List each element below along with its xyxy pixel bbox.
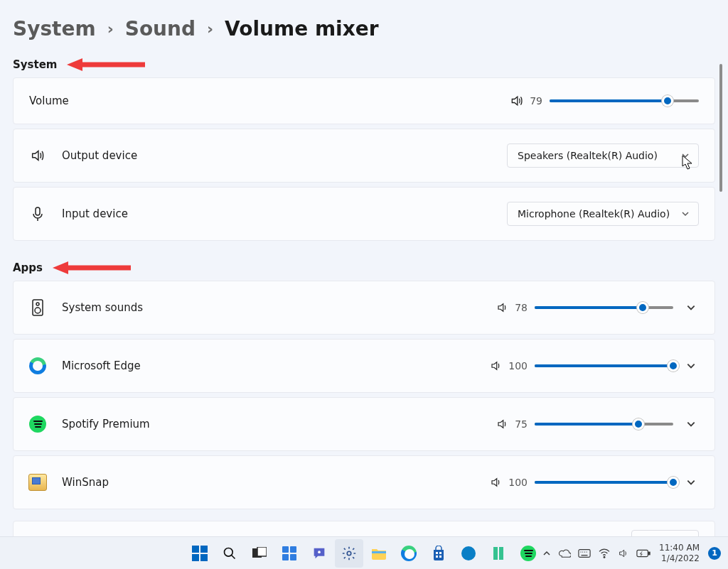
svg-rect-28 <box>648 552 650 555</box>
svg-point-26 <box>604 556 605 558</box>
taskbar: 11:40 AM 1/4/2022 1 <box>0 536 728 569</box>
dropdown-input-device[interactable]: Microphone (Realtek(R) Audio) <box>507 202 699 226</box>
onedrive-icon[interactable] <box>558 548 571 558</box>
svg-rect-17 <box>372 551 386 553</box>
svg-rect-12 <box>290 546 296 553</box>
wifi-icon[interactable] <box>598 548 611 558</box>
chevron-down-icon[interactable] <box>686 361 699 371</box>
battery-icon[interactable] <box>636 549 651 558</box>
settings-page: System › Sound › Volume mixer System Vol… <box>0 0 728 536</box>
chevron-down-icon[interactable] <box>686 303 699 313</box>
chevron-down-icon <box>681 151 690 160</box>
svg-point-16 <box>347 551 351 556</box>
microphone-icon <box>29 206 46 222</box>
dropdown-value: Speakers (Realtek(R) Audio) <box>518 150 658 161</box>
app-volume-value: 75 <box>515 418 528 430</box>
slider-app-volume[interactable] <box>535 301 673 314</box>
folder-icon <box>371 547 387 560</box>
speaker-icon[interactable] <box>490 359 503 372</box>
app-icon <box>492 546 505 561</box>
app-volume-value: 100 <box>508 477 528 488</box>
speaker-icon[interactable] <box>618 548 629 559</box>
edge-icon <box>401 546 417 561</box>
taskbar-explorer[interactable] <box>365 539 393 568</box>
taskbar-edge[interactable] <box>395 539 423 568</box>
svg-point-15 <box>318 551 321 553</box>
svg-marker-4 <box>53 261 68 274</box>
scrollbar[interactable] <box>719 64 722 192</box>
svg-point-7 <box>35 308 41 313</box>
speaker-icon[interactable] <box>510 94 524 108</box>
chevron-down-icon[interactable] <box>686 419 699 429</box>
speaker-icon[interactable] <box>496 301 509 314</box>
card-reset: Reset sound devices and volumes for all … <box>13 521 715 536</box>
svg-rect-10 <box>257 547 267 556</box>
chat-icon <box>311 546 327 561</box>
slider-master-volume[interactable] <box>550 94 699 107</box>
app-volume-value: 78 <box>515 302 528 313</box>
card-master-volume: Volume 79 <box>13 77 715 124</box>
svg-rect-2 <box>36 207 40 215</box>
chevron-up-icon[interactable] <box>542 549 551 558</box>
svg-rect-18 <box>436 552 438 554</box>
crumb-system[interactable]: System <box>13 17 96 40</box>
taskbar-settings[interactable] <box>335 539 363 568</box>
taskbar-chat[interactable] <box>305 539 333 568</box>
speaker-icon[interactable] <box>496 418 509 430</box>
card-input-device[interactable]: Input device Microphone (Realtek(R) Audi… <box>13 187 715 241</box>
slider-app-volume[interactable] <box>535 359 673 372</box>
clock-date: 1/4/2022 <box>661 553 700 563</box>
slider-app-volume[interactable] <box>535 418 673 430</box>
svg-rect-20 <box>436 556 438 558</box>
taskbar-center <box>186 539 542 568</box>
reset-button[interactable]: Reset <box>631 530 699 536</box>
search-icon <box>223 546 237 560</box>
svg-rect-14 <box>290 554 296 560</box>
windows-icon <box>192 546 208 561</box>
store-icon <box>432 546 446 561</box>
breadcrumb: System › Sound › Volume mixer <box>13 17 715 40</box>
dropdown-value: Microphone (Realtek(R) Audio) <box>518 208 670 220</box>
taskbar-tray: 11:40 AM 1/4/2022 1 <box>542 543 721 563</box>
chevron-down-icon <box>681 210 690 218</box>
value-volume: 79 <box>530 95 542 107</box>
chevron-down-icon[interactable] <box>686 477 699 487</box>
speaker-icon <box>29 148 46 163</box>
svg-rect-13 <box>282 554 289 560</box>
taskbar-clock[interactable]: 11:40 AM 1/4/2022 <box>659 543 700 563</box>
start-button[interactable] <box>186 539 214 568</box>
label-input-device: Input device <box>62 207 128 220</box>
card-app-edge[interactable]: Microsoft Edge 100 <box>13 339 715 393</box>
crumb-sound[interactable]: Sound <box>125 17 196 40</box>
svg-rect-24 <box>499 547 503 560</box>
card-app-spotify[interactable]: Spotify Premium 75 <box>13 397 715 451</box>
annotation-arrow-icon <box>53 261 131 275</box>
taskbar-search[interactable] <box>215 539 244 568</box>
section-label-apps: Apps <box>13 261 43 274</box>
widgets-icon <box>282 546 297 561</box>
section-label-system: System <box>13 58 57 71</box>
taskbar-store[interactable] <box>424 539 453 568</box>
taskbar-taskview[interactable] <box>245 539 274 568</box>
svg-point-8 <box>225 548 233 556</box>
app-name: Spotify Premium <box>62 418 150 430</box>
svg-point-6 <box>36 303 39 305</box>
card-app-system-sounds[interactable]: System sounds 78 <box>13 281 715 335</box>
taskbar-widgets[interactable] <box>275 539 304 568</box>
card-output-device[interactable]: Output device Speakers (Realtek(R) Audio… <box>13 129 715 183</box>
slider-app-volume[interactable] <box>535 476 673 489</box>
app-icon <box>461 546 476 561</box>
keyboard-icon[interactable] <box>578 548 591 558</box>
dropdown-output-device[interactable]: Speakers (Realtek(R) Audio) <box>507 143 699 168</box>
taskbar-spotify[interactable] <box>514 539 542 568</box>
annotation-arrow-icon <box>67 58 145 72</box>
spotify-icon <box>29 415 46 433</box>
taskbar-app-dell[interactable] <box>454 539 483 568</box>
app-name: Microsoft Edge <box>62 359 141 372</box>
app-name: System sounds <box>62 301 143 314</box>
speaker-icon[interactable] <box>490 476 503 489</box>
card-app-winsnap[interactable]: WinSnap 100 <box>13 455 715 509</box>
svg-rect-19 <box>439 552 441 554</box>
notification-badge[interactable]: 1 <box>708 547 721 560</box>
taskbar-app-generic[interactable] <box>484 539 513 568</box>
